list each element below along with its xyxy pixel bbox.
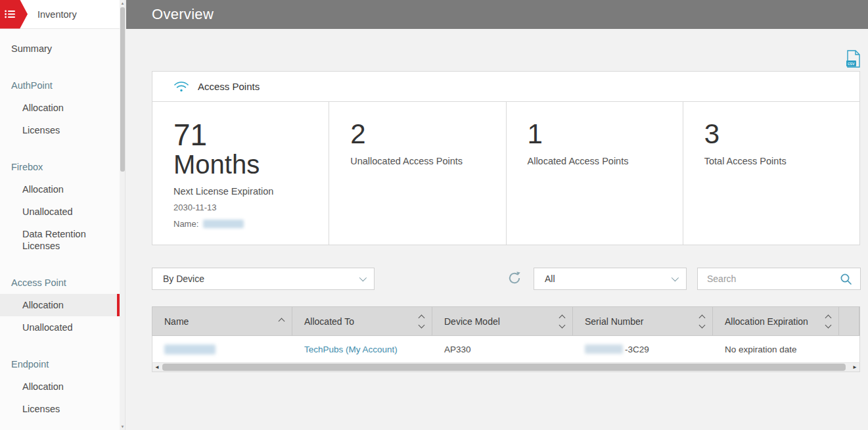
redacted-device-name [164, 345, 216, 354]
column-label: Name [164, 316, 189, 327]
card-title: Access Points [198, 81, 260, 92]
table-header-row: Name Allocated To Device Model Serial Nu… [152, 306, 860, 336]
sidebar-item-endpoint-licenses[interactable]: Licenses [0, 398, 120, 420]
search-icon[interactable] [840, 273, 852, 285]
devices-table: Name Allocated To Device Model Serial Nu… [152, 306, 860, 372]
stat-allocated-access-points: 1 Allocated Access Points [507, 102, 683, 245]
serial-suffix: -3C29 [625, 345, 649, 354]
sidebar-section-authpoint[interactable]: AuthPoint [0, 74, 120, 97]
main-area: Overview csv Access Points [126, 0, 868, 430]
stat-unit: Months [173, 150, 317, 179]
scroll-down-arrow-icon[interactable]: ▼ [120, 423, 126, 430]
page-title: Overview [152, 6, 214, 23]
stat-value: 2 [350, 120, 493, 149]
cell-allocation-expiration: No expiration date [713, 345, 859, 354]
cell-allocated-to: TechPubs (My Account) [292, 345, 432, 354]
inventory-logo-flag [0, 0, 28, 29]
sidebar-item-summary[interactable]: Summary [0, 37, 120, 60]
refresh-button[interactable] [507, 270, 522, 286]
stat-label: Next License Expiration [173, 186, 317, 197]
sidebar-item-label: Data Retention Licenses [22, 228, 103, 252]
cell-serial-number: -3C29 [573, 345, 713, 354]
sidebar-item-authpoint-licenses[interactable]: Licenses [0, 119, 120, 141]
stat-value: 3 [704, 120, 848, 149]
sidebar: Inventory Summary AuthPoint Allocation L… [0, 0, 120, 430]
sort-ascending-icon [279, 318, 285, 325]
stat-value: 1 [528, 120, 671, 149]
column-header-allocated-to[interactable]: Allocated To [292, 307, 432, 335]
cell-device-model: AP330 [432, 345, 573, 354]
redacted-license-name [203, 220, 244, 228]
header-end-strip [839, 307, 859, 335]
search-box [697, 268, 861, 290]
sidebar-title: Inventory [37, 9, 77, 20]
card-header: Access Points [152, 72, 859, 102]
stat-next-license-expiration: 71 Months Next License Expiration 2030-1… [152, 102, 329, 245]
sidebar-item-firebox-allocation[interactable]: Allocation [0, 178, 120, 201]
column-header-device-model[interactable]: Device Model [432, 307, 573, 335]
sidebar-section-firebox[interactable]: Firebox [0, 156, 120, 178]
column-header-serial-number[interactable]: Serial Number [573, 307, 713, 335]
column-label: Device Model [444, 316, 500, 327]
redacted-serial-prefix [585, 345, 623, 354]
stat-unallocated-access-points: 2 Unallocated Access Points [329, 102, 506, 245]
refresh-icon [507, 270, 522, 286]
filter-value: All [545, 274, 555, 284]
name-label: Name: [173, 219, 198, 229]
sidebar-item-endpoint-allocation[interactable]: Allocation [0, 375, 120, 398]
app-window: Inventory Summary AuthPoint Allocation L… [0, 0, 868, 430]
wifi-icon [173, 80, 189, 93]
sidebar-item-access-point-allocation[interactable]: Allocation [0, 294, 120, 316]
page-header: Overview [126, 0, 868, 29]
sidebar-item-firebox-data-retention-licenses[interactable]: Data Retention Licenses [0, 223, 120, 257]
filter-dropdown[interactable]: All [534, 268, 687, 290]
sidebar-item-firebox-unallocated[interactable]: Unallocated [0, 201, 120, 223]
column-label: Allocated To [304, 316, 354, 327]
horizontal-scrollbar-thumb[interactable] [162, 364, 846, 371]
allocated-to-link[interactable]: TechPubs (My Account) [304, 345, 398, 354]
table-row: TechPubs (My Account) AP330 -3C29 No exp… [152, 336, 860, 362]
stat-label: Allocated Access Points [528, 156, 671, 166]
chevron-down-icon [359, 274, 367, 281]
chevron-down-icon [672, 274, 679, 281]
svg-text:csv: csv [848, 61, 855, 66]
csv-export-button[interactable]: csv [846, 50, 861, 68]
stat-value: 71 [173, 120, 317, 150]
sidebar-scrollbar[interactable]: ▲ ▼ [120, 0, 126, 430]
sort-icon [700, 316, 704, 327]
scroll-up-arrow-icon[interactable]: ▲ [120, 0, 126, 7]
sidebar-item-authpoint-allocation[interactable]: Allocation [0, 97, 120, 119]
stat-label: Total Access Points [704, 156, 848, 166]
sidebar-section-access-point[interactable]: Access Point [0, 272, 120, 294]
column-header-allocation-expiration[interactable]: Allocation Expiration [713, 307, 839, 335]
table-horizontal-scrollbar[interactable]: ◄ ► [152, 362, 860, 372]
sort-icon [419, 316, 424, 327]
column-label: Allocation Expiration [725, 316, 808, 327]
sidebar-nav: Summary AuthPoint Allocation Licenses Fi… [0, 29, 120, 420]
list-icon [5, 10, 16, 18]
access-points-summary-card: Access Points 71 Months Next License Exp… [152, 71, 860, 245]
scroll-left-arrow-icon[interactable]: ◄ [152, 363, 162, 371]
group-by-dropdown[interactable]: By Device [152, 268, 375, 290]
cell-name [152, 345, 292, 354]
stat-license-name: Name: [173, 219, 317, 229]
group-by-value: By Device [163, 274, 204, 284]
scroll-right-arrow-icon[interactable]: ► [850, 363, 859, 371]
sidebar-section-endpoint[interactable]: Endpoint [0, 353, 120, 375]
column-label: Serial Number [585, 316, 643, 327]
sidebar-header: Inventory [0, 0, 120, 29]
search-input[interactable] [707, 274, 840, 284]
sort-icon [826, 316, 831, 327]
sort-icon [560, 316, 564, 327]
column-header-name[interactable]: Name [152, 307, 292, 335]
sidebar-item-access-point-unallocated[interactable]: Unallocated [0, 316, 120, 339]
csv-file-icon: csv [846, 50, 861, 68]
stat-total-access-points: 3 Total Access Points [683, 102, 859, 245]
stat-label: Unallocated Access Points [350, 156, 493, 166]
stat-expiration-date: 2030-11-13 [173, 203, 317, 212]
stats-row: 71 Months Next License Expiration 2030-1… [152, 102, 859, 245]
sidebar-scrollbar-thumb[interactable] [120, 7, 125, 172]
